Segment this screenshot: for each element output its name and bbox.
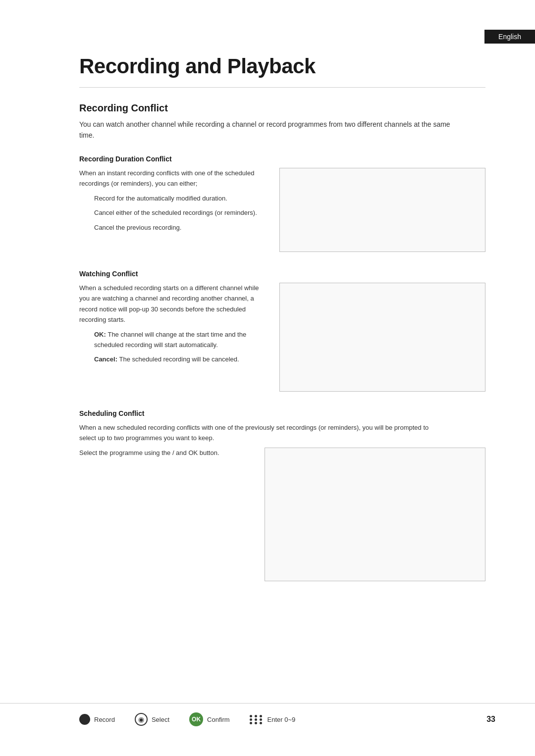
watching-conflict-image-panel (279, 283, 485, 392)
bullet-3: Cancel the previous recording. (94, 222, 268, 233)
footer-select: Select (135, 713, 169, 726)
recording-duration-bullets: Record for the automatically modified du… (94, 193, 268, 233)
scheduling-conflict-body2: Select the programme using the / and OK … (79, 448, 253, 458)
recording-conflict-heading: Recording Conflict (79, 102, 485, 114)
bullet-1: Record for the automatically modified du… (94, 193, 268, 203)
watching-conflict-subsection: Watching Conflict When a scheduled recor… (79, 270, 485, 392)
scheduling-conflict-text-col: Select the programme using the / and OK … (79, 448, 253, 458)
scheduling-conflict-image-panel (265, 448, 485, 581)
ok-icon: OK (189, 712, 203, 726)
scheduling-conflict-body1: When a new scheduled recording conflicts… (79, 422, 436, 444)
enter-icon (250, 712, 264, 726)
watching-conflict-body-text: When a scheduled recording starts on a d… (79, 283, 268, 325)
page-container: English Recording and Playback Recording… (0, 0, 535, 756)
cancel-note: Cancel: The scheduled recording will be … (94, 354, 268, 364)
footer-bar: Record Select OK Confirm Enter 0~9 (0, 703, 535, 726)
recording-conflict-intro: You can watch another channel while reco… (79, 119, 451, 141)
recording-duration-conflict-title: Recording Duration Conflict (79, 155, 485, 163)
bullet-2: Cancel either of the scheduled recording… (94, 207, 268, 218)
watching-conflict-title: Watching Conflict (79, 270, 485, 278)
record-label: Record (94, 716, 115, 723)
select-icon (135, 713, 148, 726)
page-title: Recording and Playback (79, 54, 485, 78)
recording-duration-conflict-subsection: Recording Duration Conflict When an inst… (79, 155, 485, 252)
recording-duration-body: When an instant recording conflicts with… (79, 168, 485, 252)
select-label: Select (152, 716, 169, 723)
footer-confirm: OK Confirm (189, 712, 230, 726)
scheduling-conflict-title: Scheduling Conflict (79, 409, 485, 417)
recording-duration-text-col: When an instant recording conflicts with… (79, 168, 268, 237)
title-divider (79, 87, 485, 88)
watching-conflict-text-col: When a scheduled recording starts on a d… (79, 283, 268, 369)
ok-note: OK: The channel will change at the start… (94, 329, 268, 351)
recording-duration-body-text: When an instant recording conflicts with… (79, 168, 268, 189)
language-label: English (498, 33, 521, 41)
scheduling-conflict-layout: Select the programme using the / and OK … (79, 448, 485, 581)
page-number: 33 (486, 715, 495, 724)
scheduling-conflict-subsection: Scheduling Conflict When a new scheduled… (79, 409, 485, 581)
watching-conflict-notes: OK: The channel will change at the start… (94, 329, 268, 365)
recording-duration-image-panel (279, 168, 485, 252)
footer-enter: Enter 0~9 (250, 712, 296, 726)
footer-record: Record (79, 714, 115, 725)
record-icon (79, 714, 90, 725)
enter-label: Enter 0~9 (268, 716, 296, 723)
confirm-label: Confirm (207, 716, 230, 723)
language-badge: English (484, 30, 535, 44)
recording-conflict-section: Recording Conflict You can watch another… (79, 102, 485, 581)
watching-conflict-body: When a scheduled recording starts on a d… (79, 283, 485, 392)
